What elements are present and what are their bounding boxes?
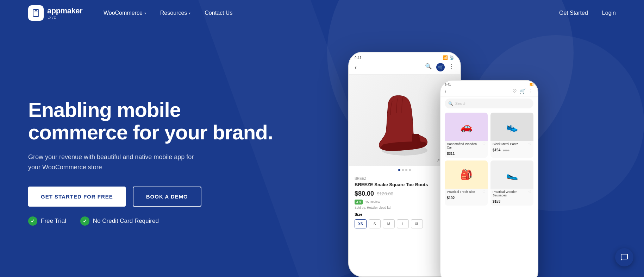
woocommerce-chevron-icon: ▾ — [144, 11, 146, 15]
ps-heart-icon[interactable]: ♡ — [512, 88, 517, 94]
ps-more-icon[interactable]: ⋮ — [529, 88, 533, 94]
svg-rect-3 — [34, 13, 38, 13]
size-label: Size — [355, 212, 362, 216]
svg-rect-4 — [34, 14, 37, 14]
price-current: $80.00 — [355, 190, 374, 197]
ps-time: 9:41 — [445, 83, 451, 86]
dot-3 — [405, 169, 407, 171]
ps-card-4-title: Practical Wooden Sausages — [493, 190, 528, 197]
ps-status-bar: 9:41 📶 — [440, 81, 538, 87]
free-trial-label: Free Trial — [41, 218, 66, 225]
size-s[interactable]: S — [369, 219, 381, 228]
ps-search-bar[interactable]: 🔍 Search — [445, 99, 533, 108]
no-credit-card-badge: No Credit Card Required — [80, 216, 159, 226]
ps-search-placeholder: Search — [455, 102, 467, 106]
dot-4 — [409, 169, 411, 171]
navbar: appmaker .xyz WooCommerce ▾ Resources ▾ … — [0, 0, 644, 26]
nav-right: Get Started Login — [559, 10, 616, 16]
size-xl[interactable]: XL — [411, 219, 423, 228]
ps-back-icon[interactable]: ‹ — [445, 88, 446, 94]
free-trial-check-icon — [28, 216, 37, 226]
ps-card-1-title: Handcrafted Wooden Car — [447, 142, 482, 149]
size-l[interactable]: L — [397, 219, 409, 228]
chat-icon — [620, 253, 629, 262]
logo[interactable]: appmaker .xyz — [28, 5, 82, 21]
ps-search-icon: 🔍 — [448, 101, 453, 106]
ps-card-1[interactable]: 🚗 Handcrafted Wooden Car ♡ $311 — [445, 113, 488, 158]
ps-product-grid: 🚗 Handcrafted Wooden Car ♡ $311 👟 — [440, 111, 538, 208]
hero-content: Enabling mobile commerce for your brand.… — [28, 99, 275, 225]
more-icon[interactable]: ⋮ — [449, 63, 455, 71]
hero-badges: Free Trial No Credit Card Required — [28, 216, 275, 226]
phone-secondary-mockup: 9:41 📶 ‹ ♡ 🛒 ⋮ 🔍 Search — [440, 80, 538, 277]
get-started-button[interactable]: GET STARTED FOR FREE — [28, 187, 126, 207]
ps-card-1-image: 🚗 — [445, 113, 488, 141]
search-icon[interactable]: 🔍 — [425, 63, 432, 71]
no-credit-card-label: No Credit Card Required — [93, 218, 159, 225]
ps-card-3-image: 🎒 — [445, 160, 488, 189]
chat-widget[interactable] — [615, 248, 633, 266]
ps-card-2[interactable]: 👟 Sleek Metal Pantz ♡ $154 $229 — [490, 113, 533, 158]
dot-2 — [402, 169, 404, 171]
svg-rect-2 — [34, 12, 38, 12]
signal-icon: 📶 — [443, 55, 448, 60]
nav-resources[interactable]: Resources ▾ — [160, 10, 190, 16]
phone-top-icons: 🔍 🛒 ⋮ — [425, 63, 455, 71]
phone-mockups: 9:41 📶 📡 ‹ 🔍 🛒 ⋮ — [327, 24, 644, 277]
wifi-icon: 📡 — [449, 55, 455, 60]
ps-card-1-heart[interactable]: ♡ — [482, 142, 486, 150]
phone-navbar: ‹ 🔍 🛒 ⋮ — [349, 62, 460, 75]
phone-time: 9:41 — [355, 56, 361, 60]
logo-icon — [28, 5, 44, 21]
hero-section: Enabling mobile commerce for your brand.… — [0, 26, 644, 277]
nav-login-button[interactable]: Login — [602, 10, 616, 16]
nav-get-started-button[interactable]: Get Started — [559, 10, 588, 16]
ps-cart-icon[interactable]: 🛒 — [520, 88, 526, 94]
ps-card-3-heart[interactable]: ♡ — [482, 190, 486, 194]
ps-card-4-price: $153 — [493, 200, 500, 203]
back-arrow-icon[interactable]: ‹ — [355, 64, 357, 71]
no-credit-card-check-icon — [80, 216, 89, 226]
share-icon: ↗ — [437, 158, 440, 163]
phone-status-bar: 9:41 📶 📡 — [349, 52, 460, 62]
ps-navbar: ‹ ♡ 🛒 ⋮ — [440, 87, 538, 96]
rating-count: 15 Review — [365, 200, 380, 204]
ps-card-2-price: $154 — [493, 148, 500, 152]
ps-card-2-title: Sleek Metal Pantz — [493, 142, 518, 146]
resources-chevron-icon: ▾ — [189, 11, 190, 15]
rating-badge: 4.9 — [355, 200, 363, 204]
logo-text: appmaker .xyz — [47, 7, 82, 19]
ps-card-1-price: $311 — [447, 152, 455, 156]
ps-signal-icon: 📶 — [530, 83, 533, 86]
logo-sub: .xyz — [48, 15, 82, 19]
ps-card-2-price-old: $229 — [503, 149, 509, 152]
ps-card-3[interactable]: 🎒 Practical Fresh Bike ♡ $102 — [445, 160, 488, 206]
ps-card-4-heart[interactable]: ♡ — [528, 190, 531, 198]
nav-woocommerce[interactable]: WooCommerce ▾ — [104, 10, 146, 16]
size-xs[interactable]: XS — [355, 219, 367, 228]
price-old: $120.00 — [377, 191, 393, 196]
nav-contact[interactable]: Contact Us — [205, 10, 232, 16]
size-m[interactable]: M — [383, 219, 395, 228]
ps-card-2-image: 👟 — [490, 113, 533, 141]
hero-title: Enabling mobile commerce for your brand. — [28, 99, 275, 144]
free-trial-badge: Free Trial — [28, 216, 66, 226]
nav-links: WooCommerce ▾ Resources ▾ Contact Us — [104, 10, 559, 16]
hero-subtitle: Grow your revenue with beautiful and nat… — [28, 152, 197, 172]
cart-icon[interactable]: 🛒 — [436, 63, 445, 71]
dot-1 — [398, 169, 400, 171]
ps-card-4[interactable]: 🥿 Practical Wooden Sausages ♡ $153 — [490, 160, 533, 206]
hero-buttons: GET STARTED FOR FREE BOOK A DEMO — [28, 187, 275, 207]
logo-name: appmaker — [47, 7, 82, 15]
ps-card-3-title: Practical Fresh Bike — [447, 190, 475, 194]
svg-rect-1 — [35, 10, 37, 11]
ps-card-2-heart[interactable]: ♡ — [528, 142, 531, 146]
ps-card-4-image: 🥿 — [490, 160, 533, 189]
book-demo-button[interactable]: BOOK A DEMO — [133, 187, 201, 207]
ps-card-3-price: $102 — [447, 196, 455, 200]
